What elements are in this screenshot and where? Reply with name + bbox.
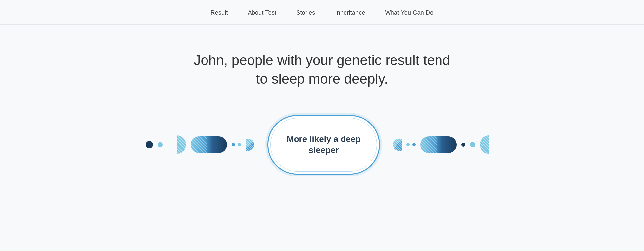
capsule-left: [191, 136, 227, 153]
nav-about-test[interactable]: About Test: [248, 9, 277, 16]
dot-tiny-1-left: [232, 143, 235, 146]
dot-pair-left: [232, 143, 241, 146]
semicircle-right: [480, 135, 498, 154]
dot-light-blue-left: [158, 142, 163, 147]
left-decorative-arm: [132, 135, 267, 154]
capsule-right: [420, 136, 457, 153]
nav-inheritance[interactable]: Inheritance: [335, 9, 365, 16]
dot-dark-right-tiny: [461, 143, 465, 147]
headline-section: John, people with your genetic result te…: [0, 25, 644, 108]
small-half-right: [393, 139, 402, 151]
small-half-left: [246, 139, 254, 151]
nav-result[interactable]: Result: [211, 9, 228, 16]
result-badge-text: More likely a deep sleeper: [287, 134, 361, 156]
dot-tiny-1-right: [406, 143, 410, 146]
dot-light-blue-right: [470, 142, 475, 147]
dot-pair-right: [406, 143, 416, 146]
navigation: Result About Test Stories Inheritance Wh…: [0, 0, 644, 25]
nav-what-you-can-do[interactable]: What You Can Do: [385, 9, 434, 16]
headline-text: John, people with your genetic result te…: [190, 51, 454, 88]
semicircle-left: [167, 135, 186, 154]
right-decorative-arm: [380, 135, 512, 154]
result-badge: More likely a deep sleeper: [267, 115, 380, 175]
dot-tiny-2-right: [412, 143, 416, 146]
dot-dark-left: [146, 141, 153, 148]
dot-tiny-2-left: [238, 143, 241, 146]
result-row: More likely a deep sleeper: [0, 108, 644, 194]
nav-stories[interactable]: Stories: [296, 9, 315, 16]
